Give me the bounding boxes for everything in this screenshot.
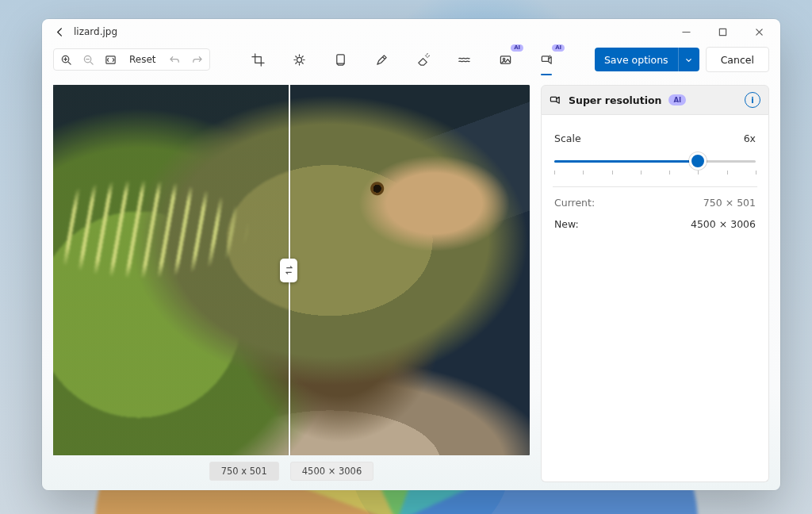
scale-row: Scale 6x <box>554 128 756 149</box>
undo-button[interactable] <box>165 50 186 69</box>
save-options-dropdown[interactable] <box>678 48 699 71</box>
scale-slider-wrap <box>554 149 756 180</box>
tool-crop[interactable] <box>244 48 271 71</box>
compare-handle[interactable] <box>280 259 297 282</box>
slider-track-fill <box>554 160 698 163</box>
original-side-overlay <box>53 85 289 455</box>
back-button[interactable] <box>50 22 69 41</box>
tool-super-resolution-ai[interactable]: AI <box>533 48 560 71</box>
ai-badge: AI <box>552 44 565 52</box>
info-button[interactable]: i <box>745 92 760 108</box>
chevron-down-icon <box>684 56 693 64</box>
zoom-group: Reset <box>53 48 210 71</box>
maximize-icon <box>718 28 727 36</box>
svg-rect-9 <box>550 97 557 102</box>
background-remove-icon <box>499 53 512 67</box>
svg-rect-8 <box>542 56 549 61</box>
svg-point-7 <box>503 58 504 59</box>
zoom-in-button[interactable] <box>56 50 76 69</box>
super-resolution-icon <box>550 94 561 106</box>
zoom-in-icon <box>60 54 72 66</box>
slider-thumb[interactable] <box>689 152 707 170</box>
close-icon <box>755 28 764 36</box>
zoom-out-button[interactable] <box>78 50 98 69</box>
undo-icon <box>169 54 181 66</box>
redo-icon <box>191 54 203 66</box>
dimension-chips: 750 x 501 4500 × 3006 <box>53 455 530 482</box>
side-panel: Super resolution AI i Scale 6x <box>541 85 769 482</box>
svg-rect-5 <box>337 54 344 63</box>
current-size-row: Current: 750 × 501 <box>554 192 756 213</box>
cancel-button[interactable]: Cancel <box>706 47 769 72</box>
minimize-button[interactable] <box>668 19 704 44</box>
zoom-fit-button[interactable] <box>100 50 121 69</box>
panel-header: Super resolution AI i <box>541 85 769 115</box>
content-area: 750 x 501 4500 × 3006 Super resolution A… <box>42 75 780 490</box>
svg-rect-0 <box>719 29 726 35</box>
filter-icon <box>334 53 347 67</box>
panel-body: Scale 6x Current: 750 × 501 <box>541 115 769 482</box>
save-options-label: Save options <box>595 54 678 66</box>
swap-horizontal-icon <box>284 265 294 275</box>
tool-retouch[interactable] <box>450 48 477 71</box>
current-value: 750 × 501 <box>703 197 756 209</box>
photos-editor-window: lizard.jpg Reset <box>42 19 780 490</box>
image-canvas[interactable] <box>53 85 530 455</box>
new-size-row: New: 4500 × 3006 <box>554 213 756 235</box>
chip-original-size[interactable]: 750 x 501 <box>209 462 279 481</box>
tool-filter[interactable] <box>327 48 354 71</box>
brightness-icon <box>293 53 306 67</box>
scale-slider[interactable] <box>554 154 756 168</box>
ai-badge: AI <box>668 94 686 105</box>
panel-title: Super resolution <box>569 94 661 106</box>
crop-icon <box>251 53 265 67</box>
new-value: 4500 × 3006 <box>691 218 756 230</box>
super-resolution-icon <box>540 53 553 67</box>
current-label: Current: <box>554 197 595 209</box>
pen-icon <box>375 53 389 67</box>
new-label: New: <box>554 218 579 230</box>
tool-adjust[interactable] <box>285 48 312 71</box>
command-bar: Reset <box>42 44 780 75</box>
eraser-icon <box>416 53 430 67</box>
fit-screen-icon <box>105 54 117 66</box>
title-bar: lizard.jpg <box>42 19 780 44</box>
slider-ticks <box>554 171 756 178</box>
close-button[interactable] <box>741 19 777 44</box>
redo-button[interactable] <box>187 50 208 69</box>
tool-markup[interactable] <box>368 48 395 71</box>
canvas-column: 750 x 501 4500 × 3006 <box>53 85 530 482</box>
tool-tabs: AI AI <box>213 48 592 71</box>
scale-value: 6x <box>744 132 756 144</box>
command-bar-right: Save options Cancel <box>595 47 769 72</box>
blur-icon <box>458 53 471 67</box>
tool-erase[interactable] <box>409 48 436 71</box>
ai-badge: AI <box>511 44 523 52</box>
separator <box>553 186 757 187</box>
chip-new-size[interactable]: 4500 × 3006 <box>290 462 373 481</box>
file-name: lizard.jpg <box>74 26 117 37</box>
svg-point-4 <box>297 57 301 62</box>
reset-button[interactable]: Reset <box>122 50 163 69</box>
maximize-button[interactable] <box>704 19 741 44</box>
save-options-button[interactable]: Save options <box>595 48 699 71</box>
minimize-icon <box>682 28 691 36</box>
scale-label: Scale <box>554 132 581 144</box>
zoom-out-icon <box>82 54 94 66</box>
arrow-left-icon <box>54 26 66 38</box>
tool-background-ai[interactable]: AI <box>492 48 519 71</box>
